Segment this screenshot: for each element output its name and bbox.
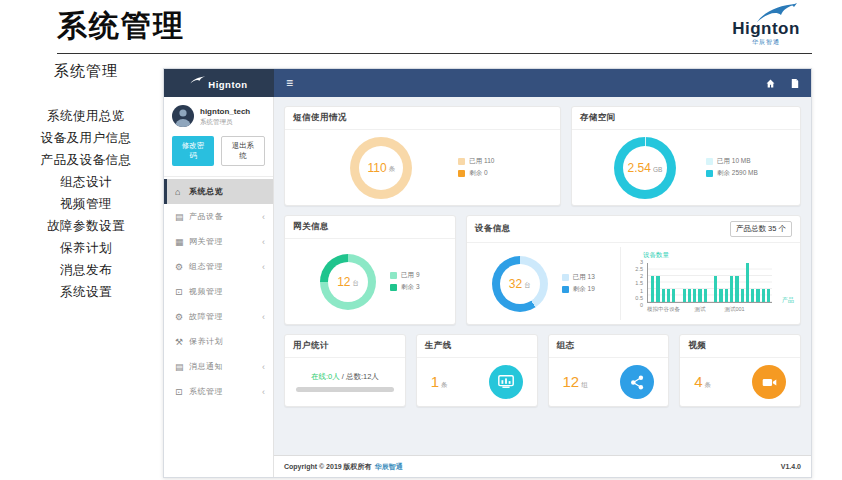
copyright-text: Copyright © 2019 版权所有 (284, 462, 372, 472)
bar-chart-plot (647, 263, 772, 303)
config-count: 12 (563, 373, 580, 390)
version-label: V1.4.0 (781, 463, 801, 470)
legend-item: 剩余 2590 MB (706, 169, 758, 178)
chevron-left-icon: ‹ (262, 262, 265, 272)
home-icon[interactable] (766, 79, 775, 88)
monitor-icon: ⊡ (175, 387, 189, 397)
legend-swatch (706, 170, 713, 177)
toc-item[interactable]: 产品及设备信息 (10, 149, 162, 171)
sidebar-item[interactable]: ⊡视频管理 (164, 279, 273, 304)
card-title: 设备信息 (475, 223, 511, 235)
chevron-left-icon: ‹ (262, 237, 265, 247)
card-title: 生产线 (417, 335, 537, 358)
bar-chart-title: 设备数量 (643, 251, 669, 260)
avatar[interactable] (172, 105, 194, 127)
bar (683, 289, 686, 302)
user-stats-card: 用户统计 在线:0人 / 总数:12人 (284, 334, 406, 407)
sidebar-item-label: 网关管理 (189, 236, 223, 247)
sidebar-item[interactable]: ▤产品设备‹ (164, 204, 273, 229)
toc-item[interactable]: 设备及用户信息 (10, 127, 162, 149)
device-card: 设备信息 产品总数 35 个 32 台 (466, 215, 801, 325)
bar-chart-xaxis-label: 产品 (782, 296, 794, 305)
app-logo-text: Hignton (208, 79, 247, 90)
bar (730, 276, 733, 302)
legend-swatch (390, 284, 397, 291)
legend-item: 已用 110 (458, 157, 494, 166)
toc-heading: 系统管理 (10, 62, 162, 81)
cogs-icon: ⚙ (175, 312, 189, 322)
legend-item: 已用 10 MB (706, 157, 758, 166)
app-logo[interactable]: Hignton (164, 69, 274, 97)
sidebar-item-label: 组态管理 (189, 261, 223, 272)
toc-item[interactable]: 消息发布 (10, 259, 162, 281)
brand-subtitle: 华辰智通 (718, 38, 814, 47)
product-total-button[interactable]: 产品总数 35 个 (730, 221, 792, 237)
legend-item: 剩余 0 (458, 169, 494, 178)
legend-label: 已用 10 MB (717, 157, 751, 166)
app-header: Hignton ≡ (164, 69, 811, 97)
logout-button[interactable]: 退出系统 (221, 136, 265, 166)
sidebar-item[interactable]: ▦网关管理‹ (164, 229, 273, 254)
toc-item[interactable]: 视频管理 (10, 193, 162, 215)
production-monitor-icon (489, 365, 523, 399)
user-panel: hignton_tech 系统管理员 (164, 97, 273, 129)
legend-swatch (562, 274, 569, 281)
title-divider (57, 53, 812, 54)
legend-item: 已用 9 (390, 271, 419, 280)
production-count: 1 (431, 373, 439, 390)
app-sidebar: hignton_tech 系统管理员 修改密码 退出系统 ⌂系统总览▤产品设备‹… (164, 97, 274, 477)
toc-item[interactable]: 系统使用总览 (10, 105, 162, 127)
bar (746, 263, 749, 302)
sidebar-item[interactable]: ⚙故障管理‹ (164, 304, 273, 329)
user-role: 系统管理员 (200, 118, 250, 127)
bar (756, 289, 759, 302)
sms-donut-chart: 110 条 (350, 137, 412, 199)
sidebar-item[interactable]: ▤消息通知‹ (164, 354, 273, 379)
legend-item: 剩余 3 (390, 283, 419, 292)
toc-item[interactable]: 组态设计 (10, 171, 162, 193)
gateway-count: 12 (337, 275, 350, 289)
toc-item[interactable]: 系统设置 (10, 281, 162, 303)
gateway-donut-chart: 12 台 (320, 254, 376, 310)
sidebar-item[interactable]: ⚙组态管理‹ (164, 254, 273, 279)
bar (656, 276, 659, 302)
hamburger-icon[interactable]: ≡ (286, 76, 293, 90)
device-count: 32 (509, 277, 522, 291)
toc-item[interactable]: 故障参数设置 (10, 215, 162, 237)
change-password-button[interactable]: 修改密码 (172, 136, 214, 166)
sms-legend: 已用 110剩余 0 (458, 157, 494, 178)
company-link[interactable]: 华辰智通 (375, 462, 403, 472)
legend-label: 已用 110 (469, 157, 494, 166)
legend-item: 已用 13 (562, 273, 595, 282)
user-stats-line: 在线:0人 / 总数:12人 (311, 372, 379, 382)
legend-swatch (562, 286, 569, 293)
sidebar-item[interactable]: ⊡系统管理‹ (164, 379, 273, 404)
video-count: 4 (694, 373, 702, 390)
user-name: hignton_tech (200, 105, 250, 116)
bar (751, 289, 754, 302)
chevron-left-icon: ‹ (262, 212, 265, 222)
device-donut-chart: 32 台 (492, 256, 548, 312)
production-line-card: 生产线 1条 (416, 334, 538, 407)
sidebar-item-label: 消息通知 (189, 361, 223, 372)
chevron-left-icon: ‹ (262, 362, 265, 372)
sms-usage-card: 短信使用情况 110 条 已用 110剩余 0 (284, 106, 561, 206)
book-icon: ▤ (175, 362, 189, 372)
y-tick-label: 1.5 (635, 280, 643, 286)
sidebar-item[interactable]: ⚒保养计划 (164, 329, 273, 354)
card-title: 用户统计 (285, 335, 405, 358)
sidebar-item-label: 系统总览 (189, 186, 223, 197)
bar-chart-yticks: 32.521.510.50 (621, 259, 645, 308)
chevron-left-icon: ‹ (262, 387, 265, 397)
bar (651, 276, 654, 302)
antelope-logo-icon (190, 76, 206, 84)
storage-legend: 已用 10 MB剩余 2590 MB (706, 157, 758, 178)
file-icon[interactable] (791, 79, 799, 88)
total-count: 总数:12人 (346, 372, 379, 381)
storage-total: 2.54 (628, 161, 651, 175)
bar (762, 289, 765, 302)
toc-item[interactable]: 保养计划 (10, 237, 162, 259)
bar (719, 289, 722, 302)
video-card: 视频 4条 (679, 334, 801, 407)
sidebar-item[interactable]: ⌂系统总览 (164, 179, 273, 204)
